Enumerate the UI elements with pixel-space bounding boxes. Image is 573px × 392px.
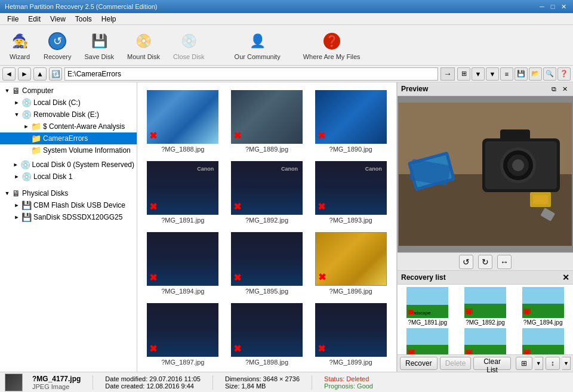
rotate-right-button[interactable]: ↻ bbox=[478, 255, 492, 269]
address-bar: ◄ ► ▲ 🔃 → ⊞ ▼ ▼ ≡ 💾 📂 🔍 ❓ bbox=[0, 66, 573, 82]
mount-disk-button[interactable]: 📀 Mount Disk bbox=[123, 27, 164, 63]
menu-view[interactable]: View bbox=[45, 14, 70, 24]
tree-item-local-c[interactable]: ► 💿 Local Disk (C:) bbox=[0, 97, 137, 109]
recovery-item-1891[interactable]: landscape ✖ ?MG_1891.jpg bbox=[400, 287, 455, 326]
svg-rect-8 bbox=[500, 129, 530, 141]
where-files-icon: ❓ bbox=[321, 30, 343, 52]
file-item-1893[interactable]: Canon ✖ ?MG_1893.jpg bbox=[310, 158, 392, 227]
save-disk-label: Save Disk bbox=[84, 53, 114, 60]
tree-item-system-volume[interactable]: 📁 System Volume Information bbox=[0, 144, 137, 156]
file-item-1889[interactable]: ✖ ?MG_1889.jpg bbox=[226, 87, 308, 156]
flip-button[interactable]: ↔ bbox=[497, 255, 512, 269]
expand-icon[interactable]: ▼ bbox=[2, 88, 12, 94]
recovery-item-1892[interactable]: ✖ ?MG_1892.jpg bbox=[458, 287, 513, 326]
file-item-1897[interactable]: ✖ ?MG_1897.jpg bbox=[142, 300, 224, 369]
file-label-1894: ?MG_1894.jpg bbox=[161, 288, 204, 295]
tree-item-content-aware[interactable]: ► 📁 $ Content-Aware Analysis bbox=[0, 121, 137, 132]
file-thumbnail-1894: ✖ bbox=[147, 232, 218, 286]
address-input[interactable] bbox=[64, 67, 438, 81]
sort-list-dropdown[interactable]: ▼ bbox=[562, 357, 571, 370]
menu-file[interactable]: File bbox=[2, 14, 23, 24]
view-dropdown-button[interactable]: ▼ bbox=[472, 67, 485, 81]
tree-item-local-disk-1[interactable]: ► 💿 Local Disk 1 bbox=[0, 171, 137, 183]
expand-ca-icon[interactable]: ► bbox=[21, 124, 31, 129]
rec-delete-mark: ✖ bbox=[466, 350, 472, 354]
save-button[interactable]: 💾 bbox=[515, 67, 528, 81]
delete-mark: ✖ bbox=[149, 343, 157, 354]
tree-item-camera-errors[interactable]: 📁 CameraErrors bbox=[0, 132, 137, 144]
recovery-item-6[interactable]: ✖ bbox=[515, 328, 571, 354]
expand-d0-icon[interactable]: ► bbox=[11, 162, 20, 168]
view-large-icon-button[interactable]: ⊞ bbox=[457, 67, 470, 81]
filter-button[interactable]: ▼ bbox=[486, 67, 499, 81]
tree-item-sandisk[interactable]: ► 💾 SanDisk SDSSDX120GG25 bbox=[0, 211, 137, 223]
forward-button[interactable]: ► bbox=[18, 67, 31, 81]
list-view-dropdown[interactable]: ▼ bbox=[535, 357, 543, 370]
rotate-left-button[interactable]: ↺ bbox=[459, 255, 473, 269]
close-disk-icon: 💿 bbox=[178, 30, 199, 52]
delete-button[interactable]: Delete bbox=[440, 357, 472, 370]
help-button[interactable]: ❓ bbox=[557, 67, 571, 81]
minimize-button[interactable]: ─ bbox=[537, 2, 547, 11]
open-button[interactable]: 📂 bbox=[529, 67, 542, 81]
status-date-created: Date created: 12.08.2016 9:44 bbox=[105, 382, 201, 390]
expand-cbm-icon[interactable]: ► bbox=[12, 202, 21, 208]
rec-delete-mark: ✖ bbox=[466, 308, 472, 317]
sort-list-button[interactable]: ↕ bbox=[546, 357, 560, 370]
file-item-1895[interactable]: ✖ ?MG_1895.jpg bbox=[226, 229, 308, 298]
recovery-item-4[interactable]: ✖ bbox=[400, 328, 455, 354]
recovery-button[interactable]: ↺ Recovery bbox=[39, 27, 75, 63]
search-button[interactable]: 🔍 bbox=[543, 67, 556, 81]
menu-edit[interactable]: Edit bbox=[23, 14, 45, 24]
preview-restore-button[interactable]: ⧉ bbox=[549, 84, 559, 94]
menu-help[interactable]: Help bbox=[97, 14, 121, 24]
back-button[interactable]: ◄ bbox=[2, 67, 16, 81]
recovery-list-close-button[interactable]: ✕ bbox=[562, 273, 569, 282]
tree-item-computer[interactable]: ▼ 🖥 Computer bbox=[0, 85, 137, 97]
save-disk-button[interactable]: 💾 Save Disk bbox=[80, 27, 118, 63]
recovery-item-5[interactable]: ✖ bbox=[458, 328, 513, 354]
disk-e-label: Removable Disk (E:) bbox=[33, 110, 99, 119]
file-item-1899[interactable]: ✖ ?MG_1899.jpg bbox=[310, 300, 392, 369]
menu-tools[interactable]: Tools bbox=[70, 14, 97, 24]
close-button[interactable]: ✕ bbox=[559, 2, 568, 11]
preview-close-button[interactable]: ✕ bbox=[560, 84, 569, 94]
community-button[interactable]: 👤 Our Community bbox=[230, 27, 285, 63]
maximize-button[interactable]: □ bbox=[548, 2, 557, 11]
svg-text:↺: ↺ bbox=[53, 35, 62, 47]
expand-e-icon[interactable]: ▼ bbox=[12, 112, 21, 118]
tree-item-cbm[interactable]: ► 💾 CBM Flash Disk USB Device bbox=[0, 199, 137, 211]
where-files-button[interactable]: ❓ Where Are My Files bbox=[299, 27, 365, 63]
recovery-item-1894[interactable]: ✖ ?MG_1894.jpg bbox=[515, 287, 571, 326]
expand-d1-icon[interactable]: ► bbox=[12, 174, 21, 180]
wizard-button[interactable]: 🧙 Wizard bbox=[5, 27, 35, 63]
view-toolbar: ⊞ ▼ ▼ ≡ 💾 📂 🔍 ❓ bbox=[457, 67, 571, 81]
recover-button[interactable]: Recover bbox=[400, 357, 438, 370]
close-disk-button[interactable]: 💿 Close Disk bbox=[169, 27, 209, 63]
file-item-1891[interactable]: Canon ✖ ?MG_1891.jpg bbox=[142, 158, 224, 227]
delete-mark: ✖ bbox=[318, 201, 325, 212]
file-item-1898[interactable]: ✖ ?MG_1898.jpg bbox=[226, 300, 308, 369]
file-item-1890[interactable]: ✖ ?MG_1890.jpg bbox=[310, 87, 392, 156]
delete-mark: ✖ bbox=[233, 343, 241, 354]
file-item-1896[interactable]: ✖ ?MG_1896.jpg bbox=[310, 229, 392, 298]
expand-pd-icon[interactable]: ▼ bbox=[2, 190, 12, 196]
status-divider-3 bbox=[312, 375, 312, 390]
disk-c-label: Local Disk (C:) bbox=[33, 98, 81, 107]
refresh-button[interactable]: 🔃 bbox=[49, 67, 62, 81]
sort-button[interactable]: ≡ bbox=[500, 67, 513, 81]
tree-item-local-disk-0[interactable]: ► 💿 Local Disk 0 (System Reserved) bbox=[0, 159, 137, 171]
up-button[interactable]: ▲ bbox=[33, 67, 47, 81]
file-item-1892[interactable]: Canon ✖ ?MG_1892.jpg bbox=[226, 158, 308, 227]
clear-list-button[interactable]: Clear List bbox=[473, 357, 510, 370]
expand-c-icon[interactable]: ► bbox=[12, 100, 21, 106]
file-item-1888[interactable]: ✖ ?MG_1888.jpg bbox=[142, 87, 224, 156]
status-file-info: ?MG_4177.jpg JPEG Image bbox=[32, 375, 81, 390]
expand-sd-icon[interactable]: ► bbox=[12, 214, 21, 220]
file-item-1894[interactable]: ✖ ?MG_1894.jpg bbox=[142, 229, 224, 298]
tree-item-physical-disks[interactable]: ▼ 🖥 Physical Disks bbox=[0, 187, 137, 199]
address-go-button[interactable]: → bbox=[440, 67, 455, 81]
file-label-1895: ?MG_1895.jpg bbox=[245, 288, 288, 295]
tree-item-removable-e[interactable]: ▼ 💿 Removable Disk (E:) bbox=[0, 109, 137, 121]
list-view-button[interactable]: ⊞ bbox=[516, 357, 532, 370]
